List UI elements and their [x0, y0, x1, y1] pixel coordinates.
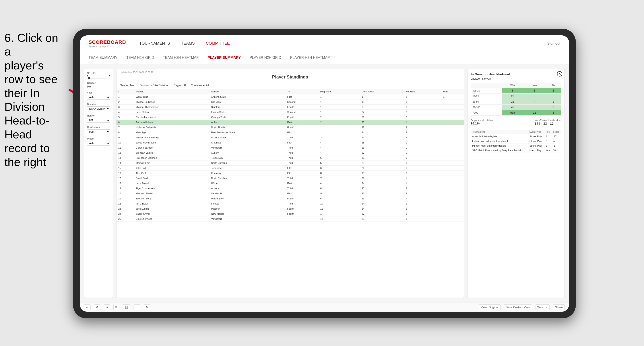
- table-row[interactable]: 19 Tiger Christensen Arizona Third 8 23 …: [116, 186, 464, 191]
- table-row[interactable]: 9 Preston Summerhays Arizona State Third…: [116, 135, 464, 140]
- player-no-rds: 2: [404, 115, 442, 120]
- table-row[interactable]: 23 Jack Lundin Missouri Fourth 11 24 1: [116, 206, 464, 211]
- player-no-rds: 1: [404, 120, 442, 125]
- nav-teams[interactable]: TEAMS: [181, 40, 195, 47]
- watch-button[interactable]: Watch ▾: [535, 305, 550, 310]
- sub-nav-player-summary[interactable]: PLAYER SUMMARY: [208, 55, 241, 61]
- nav-committee[interactable]: COMMITTEE: [206, 40, 230, 47]
- gender-value: Men: [87, 85, 110, 88]
- sub-nav-team-h2h-heatmap[interactable]: TEAM H2H HEATMAP: [163, 55, 199, 61]
- player-yr: Fourth: [286, 125, 318, 130]
- tournament-row: Amer Ari Intercollegiate Stroke Play 4 -…: [471, 134, 561, 139]
- player-yr: Second: [286, 110, 318, 115]
- player-no-rds: 0: [404, 100, 442, 105]
- table-row[interactable]: 10 Jacob Mac Diease Arkansas Fifth 4 25 …: [116, 140, 464, 145]
- table-row[interactable]: 5 Christo Lamprecht Georgia Tech Fourth …: [116, 115, 464, 120]
- paste-button[interactable]: 📋: [123, 305, 130, 310]
- player-no-rds: 1: [404, 105, 442, 110]
- panel-header: Update time: 27/03/2024 16:56:26 Player …: [116, 69, 464, 82]
- view-original-button[interactable]: View: Original: [479, 305, 500, 310]
- player-reg-rank: 1: [318, 125, 360, 130]
- undo-button[interactable]: ↩: [84, 305, 90, 310]
- division-select[interactable]: NCAA Division I: [87, 106, 110, 111]
- h2h-win-val: 8: [502, 88, 524, 94]
- region-select[interactable]: N/A: [87, 118, 110, 123]
- h2h-row: Top 10 8 3 2: [471, 88, 561, 94]
- t-type: Match Play: [528, 148, 544, 153]
- refresh-button[interactable]: ↻: [144, 305, 150, 310]
- table-row[interactable]: 15 Jake Hall Tennessee Fifth 6 24 1: [116, 166, 464, 171]
- player-reg-rank: 8: [318, 186, 360, 191]
- player-reg-rank: 5: [318, 161, 360, 166]
- year-select[interactable]: (All): [87, 95, 110, 100]
- sub-nav-player-h2h-grid[interactable]: PLAYER H2H GRID: [250, 55, 281, 61]
- table-row[interactable]: 8 Mats Ege East Tennessee State Fifth 1 …: [116, 130, 464, 135]
- tournament-header-row: Tournament Event Type Pos Score: [471, 130, 561, 134]
- table-row[interactable]: 16 Alex Goff Kentucky Fifth 8 19 0: [116, 171, 464, 176]
- table-row[interactable]: 14 Maxwell Ford North Carolina Third 5 2…: [116, 161, 464, 166]
- table-row[interactable]: 25 Cole Sherwood Vanderbilt — 12 23 1: [116, 216, 464, 221]
- sub-nav-team-h2h-grid[interactable]: TEAM H2H GRID: [126, 55, 154, 61]
- h2h-panel: ✕ In Division Head-to-Head Jackson Koivu…: [467, 69, 565, 298]
- save-custom-button[interactable]: Save Custom View: [504, 305, 532, 310]
- h2h-header-row: Win Loss Tie: [471, 83, 561, 88]
- table-row[interactable]: 13 Phichaksn Maichon Texas A&M Third 6 3…: [116, 156, 464, 161]
- t-type: Stroke Play: [528, 139, 544, 144]
- player-name: Michael Thorbjornsen: [134, 105, 210, 110]
- division-label: Division: [87, 103, 110, 105]
- table-row[interactable]: 2 Michael La Sasso Ole Miss Second 1 18 …: [116, 100, 464, 105]
- player-conf-rank: 23: [360, 186, 404, 191]
- filters-panel: No Rds. 0 6 Gender Men Year: [84, 69, 113, 298]
- table-row[interactable]: 12 Brendan Valdes Auburn Third 4 27 0: [116, 150, 464, 156]
- conference-select[interactable]: (All): [87, 129, 110, 134]
- table-row[interactable]: 11 Gordon Sargent Vanderbilt Third 4 21 …: [116, 145, 464, 150]
- table-row[interactable]: 21 Taehoon Song Washington Fourth 6 23 1: [116, 196, 464, 201]
- player-reg-rank: 6: [318, 166, 360, 171]
- player-table-body: 1 Wenyi Ding Arizona State First 1 1 8 1…: [116, 94, 464, 221]
- player-win: [441, 145, 464, 150]
- player-reg-rank: 1: [318, 130, 360, 135]
- player-conf-rank: 25: [360, 140, 404, 145]
- player-rank: 13: [116, 156, 134, 161]
- sign-out-button[interactable]: Sign out: [547, 41, 560, 45]
- share-button[interactable]: Share: [553, 305, 565, 310]
- player-yr: Third: [286, 145, 318, 150]
- sub-nav-player-h2h-heatmap[interactable]: PLAYER H2H HEATMAP: [290, 55, 330, 61]
- player-win: [441, 166, 464, 171]
- player-select[interactable]: (All): [87, 141, 110, 146]
- table-row[interactable]: 22 Ian Gilligan Florida Third 10 24 1: [116, 201, 464, 206]
- h2h-range: >100: [471, 110, 502, 116]
- player-win: [441, 125, 464, 130]
- table-row[interactable]: 7 Nicholas Gabrelcik North Florida Fourt…: [116, 125, 464, 130]
- table-row[interactable]: 6 Jackson Koivun Auburn First 2 26 1: [116, 120, 464, 125]
- table-row[interactable]: 20 Matthew Riedel Vanderbilt Fifth 9 23 …: [116, 191, 464, 196]
- h2h-range: Top 10: [471, 88, 502, 94]
- player-no-rds: 1: [404, 196, 442, 201]
- player-name: Jake Hall: [134, 166, 210, 171]
- no-rds-slider[interactable]: [87, 78, 107, 78]
- close-h2h-button[interactable]: ✕: [557, 71, 562, 76]
- redo-button[interactable]: ↺: [94, 305, 100, 310]
- table-row[interactable]: 18 Luke Powell UCLA First 4 24 1: [116, 181, 464, 186]
- copy-button[interactable]: ⧉: [114, 304, 119, 310]
- table-row[interactable]: 24 Bastien Amat New Mexico Fourth 1 27 2: [116, 211, 464, 216]
- player-reg-rank: 4: [318, 140, 360, 145]
- table-row[interactable]: 3 Michael Thorbjornsen Stanford Fourth 1…: [116, 105, 464, 110]
- player-yr: Fourth: [286, 211, 318, 216]
- table-row[interactable]: 17 David Ford North Carolina Third 7 21 …: [116, 176, 464, 181]
- player-conf-rank: 24: [360, 130, 404, 135]
- h2h-loss-val: 9: [524, 94, 546, 99]
- t-score: 18-1: [552, 148, 561, 153]
- table-row[interactable]: 1 Wenyi Ding Arizona State First 1 1 8 1: [116, 94, 464, 100]
- player-name: Ian Gilligan: [134, 201, 210, 206]
- table-row[interactable]: 4 Luke Claton Florida State Second 1 27 …: [116, 110, 464, 115]
- more-button[interactable]: ⋯: [134, 305, 140, 310]
- tournament-table: Tournament Event Type Pos Score Amer Ari…: [471, 130, 561, 153]
- sub-nav-team-summary[interactable]: TEAM SUMMARY: [88, 55, 117, 61]
- player-yr: Fifth: [286, 171, 318, 176]
- h2h-record-value: 674 - 33 - 12: [535, 122, 561, 125]
- player-no-rds: 0: [404, 145, 442, 150]
- player-reg-rank: 2: [318, 115, 360, 120]
- nav-tournaments[interactable]: TOURNAMENTS: [139, 40, 170, 47]
- forward-button[interactable]: ↪: [104, 305, 110, 310]
